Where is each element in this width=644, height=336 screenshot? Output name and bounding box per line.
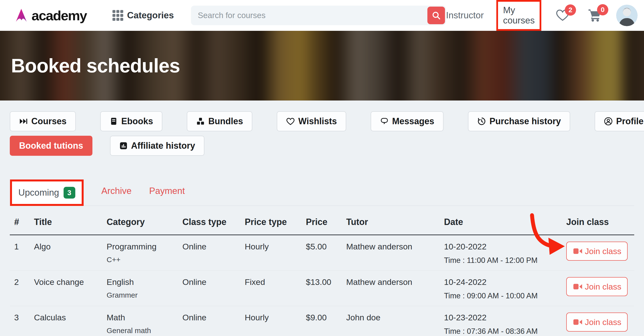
tab-payment[interactable]: Payment: [149, 186, 185, 206]
menu-item-affiliate-history[interactable]: Affiliate history: [110, 136, 204, 156]
join-class-button[interactable]: Join class: [566, 277, 628, 296]
menu-item-profile[interactable]: Profile: [594, 111, 644, 131]
bundles-icon: [196, 117, 205, 126]
menu-item-wishlists[interactable]: Wishlists: [277, 111, 346, 131]
heart-icon: [286, 117, 295, 126]
search-button[interactable]: [428, 6, 445, 24]
schedule-tabs: Upcoming 3 Archive Payment: [10, 179, 634, 206]
bar-chart-icon: [119, 142, 128, 150]
tab-upcoming-label: Upcoming: [18, 188, 59, 198]
join-class-button[interactable]: Join class: [566, 242, 628, 261]
tab-upcoming[interactable]: Upcoming 3: [10, 179, 84, 206]
my-courses-link[interactable]: My courses: [496, 0, 541, 31]
hero-banner: Booked schedules: [0, 31, 644, 100]
tab-archive[interactable]: Archive: [102, 186, 132, 206]
profile-icon: [604, 117, 613, 126]
history-icon: [477, 117, 486, 126]
table-row: 3 Calculas Math General math Online Hour…: [10, 306, 634, 336]
account-menu-row-2: Booked tutions Affiliate history: [10, 136, 634, 156]
search-icon: [432, 11, 441, 20]
col-header-price: Price: [302, 217, 342, 234]
video-camera-icon: [572, 247, 583, 255]
wishlist-button[interactable]: 2: [556, 8, 570, 22]
categories-button[interactable]: Categories: [112, 10, 174, 21]
search-input[interactable]: [198, 11, 428, 20]
avatar-image: [616, 5, 638, 26]
menu-item-bundles[interactable]: Bundles: [187, 111, 252, 131]
messages-icon: [380, 117, 389, 126]
menu-item-ebooks[interactable]: Ebooks: [100, 111, 162, 131]
upcoming-count-badge: 3: [64, 187, 75, 198]
video-camera-icon: [572, 318, 583, 326]
main-content: Courses Ebooks Bundles Wishlists: [0, 100, 644, 336]
join-class-button[interactable]: Join class: [566, 312, 628, 332]
top-navbar: academy Categories Instructor My courses: [0, 0, 644, 31]
user-avatar[interactable]: [616, 5, 638, 26]
wishlist-count-badge: 2: [565, 4, 576, 16]
page-title: Booked schedules: [0, 54, 180, 77]
course-search-bar: [191, 6, 446, 25]
col-header-num: #: [10, 217, 30, 234]
instructor-link[interactable]: Instructor: [446, 10, 484, 20]
col-header-price-type: Price type: [241, 217, 302, 234]
categories-label: Categories: [127, 10, 174, 20]
ebook-icon: [110, 117, 118, 126]
booked-schedules-table: # Title Category Class type Price type P…: [10, 206, 634, 336]
menu-item-booked-tutions[interactable]: Booked tutions: [10, 136, 92, 156]
table-header-row: # Title Category Class type Price type P…: [10, 206, 634, 235]
cart-button[interactable]: 0: [587, 8, 602, 23]
booked-schedules-page: academy Categories Instructor My courses: [0, 0, 644, 336]
table-row: 2 Voice change English Grammer Online Fi…: [10, 271, 634, 306]
col-header-join-class: Join class: [562, 217, 634, 234]
video-camera-icon: [572, 282, 583, 291]
brand-logo[interactable]: academy: [14, 8, 87, 24]
menu-item-purchase-history[interactable]: Purchase history: [468, 111, 570, 131]
courses-icon: [19, 117, 28, 126]
account-menu-row-1: Courses Ebooks Bundles Wishlists: [10, 111, 634, 131]
col-header-date: Date: [440, 217, 562, 234]
col-header-class-type: Class type: [178, 217, 241, 234]
col-header-title: Title: [30, 217, 103, 234]
menu-item-messages[interactable]: Messages: [371, 111, 444, 131]
academy-logo-icon: [14, 8, 29, 23]
grid-icon: [112, 10, 123, 21]
cart-count-badge: 0: [597, 4, 608, 16]
table-row: 1 Algo Programming C++ Online Hourly $5.…: [10, 235, 634, 271]
navbar-right-group: Instructor My courses 2 0: [446, 0, 638, 31]
col-header-category: Category: [103, 217, 178, 234]
menu-item-courses[interactable]: Courses: [10, 111, 76, 131]
brand-name: academy: [32, 8, 87, 24]
col-header-tutor: Tutor: [342, 217, 440, 234]
